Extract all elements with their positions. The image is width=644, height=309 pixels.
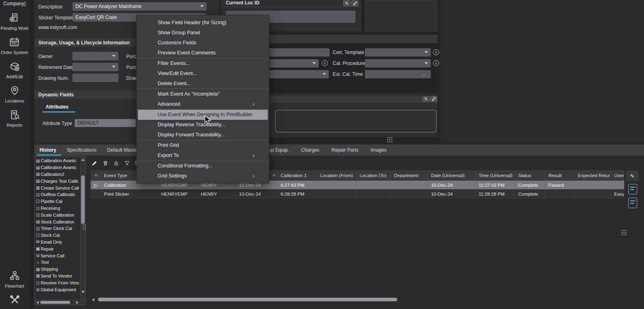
context-menu-item[interactable]: Show Group Panel › [137, 27, 269, 38]
certificate-icon[interactable] [628, 184, 637, 194]
info-icon[interactable] [433, 60, 439, 66]
scroll-right-icon[interactable] [76, 301, 79, 304]
context-menu-item[interactable]: Display Reverse Traceability... › [137, 120, 269, 130]
scrollbar-thumb[interactable] [40, 301, 70, 304]
chevron-down-icon[interactable] [425, 51, 428, 53]
tab[interactable]: Default Masters [107, 144, 141, 156]
sidebar-item-tools[interactable] [9, 294, 20, 307]
column-header-date-universal[interactable]: Date (Universal) [428, 170, 475, 181]
context-menu-item[interactable]: Filter Events... › [137, 58, 269, 68]
column-header-expander[interactable]: ✳ [91, 170, 101, 181]
est-cal-time-input[interactable] [365, 70, 431, 78]
event-type-item[interactable]: ◫ Timer Clock Cal [35, 225, 81, 232]
event-type-item[interactable]: ◫ Scale Calibration [35, 211, 81, 218]
tab[interactable]: Specifications [67, 144, 96, 156]
event-type-item[interactable]: ☐ Pipette Cal [35, 198, 81, 205]
scroll-left-icon[interactable] [36, 301, 39, 304]
table-horizontal-scrollbar[interactable] [92, 297, 641, 302]
drawing-num-input[interactable] [73, 74, 118, 82]
context-menu-item[interactable]: Preview Event Comments › [137, 48, 269, 58]
certificate-icon[interactable] [628, 198, 637, 208]
event-type-item[interactable]: ✉ Email Only [35, 239, 81, 246]
context-menu-item[interactable]: Conditional Formatting... › [137, 161, 269, 171]
edit-pencil-icon[interactable]: ✎ [423, 96, 429, 102]
event-type-item[interactable]: ▤ Charges Test Calib [35, 177, 81, 184]
event-type-item[interactable]: ◻ Receiving [35, 205, 81, 212]
website-link[interactable]: www.indysoft.com [38, 25, 77, 30]
column-header-department[interactable]: Department [391, 170, 428, 181]
link-icon[interactable] [351, 0, 358, 6]
lock-icon[interactable] [113, 160, 119, 166]
row-expander[interactable]: ▷ [91, 181, 101, 189]
event-type-item[interactable]: ▤ Calibration2 [35, 171, 81, 178]
context-menu-item[interactable]: Mark Event As "Incomplete" › [137, 89, 269, 99]
info-icon[interactable] [433, 49, 439, 55]
context-menu-item[interactable]: Grid Settings › [137, 171, 269, 181]
context-menu-item[interactable]: Use Event When Designing In PrintBuilder… [138, 110, 268, 120]
owner-dropdown[interactable] [73, 52, 118, 60]
chevron-down-icon[interactable] [112, 66, 115, 68]
tab[interactable]: Images [371, 144, 386, 156]
attribute-type-input[interactable]: DEFAULT [75, 119, 136, 127]
info-icon[interactable] [322, 60, 328, 66]
event-type-item[interactable]: ▦ Repair [35, 245, 81, 252]
event-type-item[interactable]: ☐ Stock Cal [35, 232, 81, 239]
column-header-status[interactable]: Status [515, 170, 545, 181]
column-header-user[interactable]: User [611, 170, 624, 181]
edit-pencil-icon[interactable] [91, 160, 98, 166]
event-type-item[interactable]: ◎ Global Equipment [35, 286, 81, 293]
context-menu-item[interactable]: Customize Fields › [137, 38, 269, 48]
drag-handle[interactable] [621, 230, 627, 235]
list-horizontal-scrollbar[interactable] [35, 300, 85, 305]
event-type-item[interactable]: ☏ Service Call [35, 252, 81, 259]
scroll-up-icon[interactable] [81, 159, 85, 161]
event-type-item[interactable]: ○ Test [35, 259, 81, 266]
sidebar-item-locations[interactable]: Locations [5, 85, 24, 103]
cert-template-dropdown[interactable] [365, 48, 431, 56]
tab[interactable]: Repair Parts [331, 144, 358, 156]
row-edit-button[interactable]: ✎ [626, 171, 638, 181]
sidebar-item-pending-work[interactable]: Pending Work [1, 13, 29, 31]
ellipsis-button[interactable]: ... [422, 71, 426, 77]
context-menu-item[interactable]: Delete Event... › [137, 78, 269, 89]
column-header-expected-return[interactable]: Expected Retur [575, 170, 611, 181]
context-menu-item[interactable]: Export To › [137, 150, 269, 161]
table-row[interactable]: Print StickerHENRYEMPHENRY10-Dec-246:28:… [91, 190, 624, 198]
chevron-down-icon[interactable] [313, 62, 316, 64]
column-header-result[interactable]: Result [545, 170, 575, 181]
event-type-item[interactable]: ◻ Receive From Venc [35, 279, 81, 286]
scrollbar-thumb[interactable] [81, 175, 85, 224]
retirement-date-dropdown[interactable] [73, 63, 118, 71]
context-menu-item[interactable]: Display Forward Traceability... › [137, 130, 269, 140]
event-type-item[interactable]: ▤ Calibration Avantc [35, 164, 81, 171]
sidebar-item-reports[interactable]: Reports [7, 109, 23, 127]
chevron-down-icon[interactable] [425, 62, 428, 64]
splitter-handle[interactable] [83, 224, 86, 230]
delete-trash-icon[interactable] [102, 160, 108, 166]
column-header-calibration-time[interactable]: Calibration 1 [277, 170, 317, 181]
scroll-down-icon[interactable] [81, 291, 85, 293]
context-menu-item[interactable]: Advanced › [137, 99, 269, 110]
tab[interactable]: Charges [301, 144, 319, 156]
context-menu-item[interactable]: Show Field Header (for Sizing) › [137, 17, 269, 27]
company-label[interactable]: Company) [3, 1, 25, 6]
column-header-location-to[interactable]: Location (To) [356, 170, 391, 181]
cal-procedure-dropdown[interactable] [365, 59, 431, 67]
filter-funnel-icon[interactable] [124, 160, 130, 166]
chevron-down-icon[interactable] [323, 73, 326, 75]
chevron-down-icon[interactable] [112, 55, 115, 57]
tab[interactable]: History [40, 144, 56, 156]
description-dropdown[interactable]: DC Power Analyzer Mainframe [73, 2, 206, 10]
event-type-item[interactable]: ▤ Calibration Avantc [35, 157, 81, 164]
drag-handle[interactable] [387, 137, 392, 142]
sidebar-item-order-system[interactable]: Order System [1, 37, 28, 55]
chevron-down-icon[interactable] [200, 5, 204, 7]
comments-textarea[interactable] [275, 110, 437, 133]
event-type-item[interactable]: ◫ Outflow Calibratic [35, 191, 81, 198]
scrollbar-thumb[interactable] [98, 298, 397, 301]
tab[interactable]: up Equip. [269, 144, 289, 156]
event-type-item[interactable]: ▥ Create Service Call [35, 184, 81, 191]
sidebar-item-add-edit[interactable]: Add/Edit [6, 61, 23, 79]
event-type-item[interactable]: ▤ Stock Calibration [35, 218, 81, 225]
link-icon[interactable] [430, 96, 437, 102]
